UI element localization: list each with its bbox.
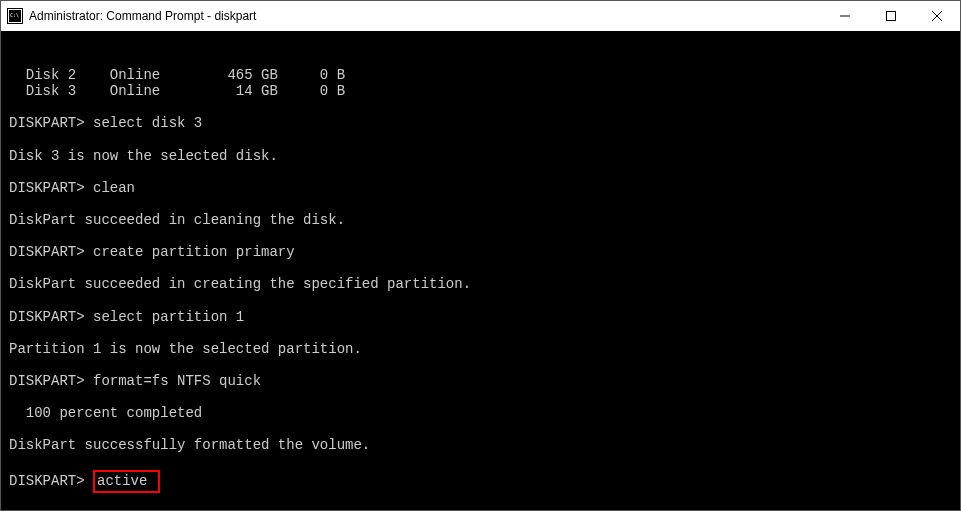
highlighted-command: active xyxy=(93,470,160,494)
minimize-button[interactable] xyxy=(822,1,868,31)
terminal-output: Partition 1 is now the selected partitio… xyxy=(9,341,952,357)
terminal-output: DiskPart succeeded in creating the speci… xyxy=(9,276,952,292)
blank-line xyxy=(9,99,952,115)
blank-line xyxy=(9,228,952,244)
blank-line xyxy=(9,325,952,341)
command-prompt-window: C:\ Administrator: Command Prompt - disk… xyxy=(0,0,961,511)
terminal-prompt-line: DISKPART> select disk 3 xyxy=(9,115,952,131)
terminal-output: DiskPart successfully formatted the volu… xyxy=(9,437,952,453)
titlebar[interactable]: C:\ Administrator: Command Prompt - disk… xyxy=(1,1,960,31)
terminal-output: DiskPart marked the current partition as… xyxy=(9,509,952,510)
blank-line xyxy=(9,493,952,509)
blank-line xyxy=(9,260,952,276)
close-button[interactable] xyxy=(914,1,960,31)
blank-line xyxy=(9,453,952,469)
prompt-text: DISKPART> xyxy=(9,473,93,489)
cmd-icon: C:\ xyxy=(7,8,23,24)
blank-line xyxy=(9,164,952,180)
svg-text:C:\: C:\ xyxy=(10,12,19,18)
terminal-prompt-line-highlighted: DISKPART> active xyxy=(9,470,952,494)
window-title: Administrator: Command Prompt - diskpart xyxy=(29,9,822,23)
terminal-output: DiskPart succeeded in cleaning the disk. xyxy=(9,212,952,228)
terminal-prompt-line: DISKPART> select partition 1 xyxy=(9,309,952,325)
terminal-area[interactable]: Disk 2 Online 465 GB 0 B Disk 3 Online 1… xyxy=(1,31,960,510)
svg-rect-5 xyxy=(887,12,896,21)
window-controls xyxy=(822,1,960,31)
terminal-output: 100 percent completed xyxy=(9,405,952,421)
disk-table-row: Disk 2 Online 465 GB 0 B xyxy=(9,67,952,83)
blank-line xyxy=(9,421,952,437)
terminal-prompt-line: DISKPART> clean xyxy=(9,180,952,196)
blank-line xyxy=(9,196,952,212)
terminal-content: Disk 2 Online 465 GB 0 B Disk 3 Online 1… xyxy=(9,67,952,510)
blank-line xyxy=(9,357,952,373)
blank-line xyxy=(9,293,952,309)
terminal-prompt-line: DISKPART> format=fs NTFS quick xyxy=(9,373,952,389)
maximize-button[interactable] xyxy=(868,1,914,31)
blank-line xyxy=(9,132,952,148)
terminal-output: Disk 3 is now the selected disk. xyxy=(9,148,952,164)
terminal-prompt-line: DISKPART> create partition primary xyxy=(9,244,952,260)
disk-table-row: Disk 3 Online 14 GB 0 B xyxy=(9,83,952,99)
blank-line xyxy=(9,389,952,405)
